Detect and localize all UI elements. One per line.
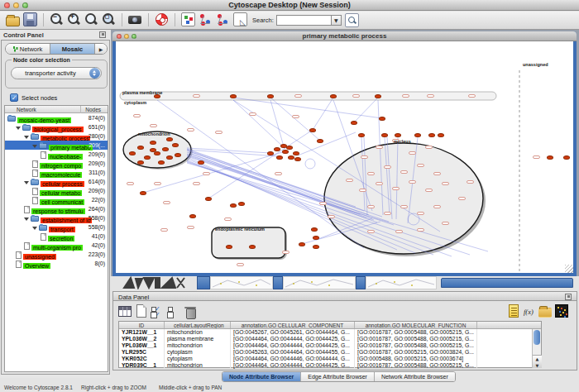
network-window-titlebar[interactable]: primary metabolic process <box>112 31 577 41</box>
table-row[interactable]: YPL036W__2plasma membrane[GO:0044464, GO… <box>119 336 541 342</box>
disclosure-triangle-icon[interactable] <box>24 136 29 139</box>
graph-node[interactable] <box>351 121 357 125</box>
table-cell[interactable]: plasma membrane <box>165 336 231 342</box>
table-cell[interactable]: [GO:0016787, GO:0005215, GO:0003824, G..… <box>355 349 477 356</box>
tree-header[interactable]: Network Nodes <box>5 106 108 113</box>
table-row[interactable]: YJR121W__1mitochondrion[GO:0045267, GO:0… <box>119 329 541 336</box>
disclosure-triangle-icon[interactable] <box>32 227 37 230</box>
graph-node[interactable] <box>137 160 144 165</box>
tree-row[interactable]: transport558(0) <box>5 222 108 232</box>
search-result-icon[interactable] <box>345 13 359 27</box>
new-attribute-icon[interactable] <box>136 304 146 318</box>
table-cell[interactable]: cytoplasm <box>165 356 231 362</box>
table-cell[interactable]: mitochondrion <box>165 362 231 369</box>
annotation-icon[interactable] <box>233 12 247 26</box>
scrollbar-thumb[interactable] <box>534 330 540 345</box>
open-file-icon[interactable] <box>6 17 20 26</box>
graph-node[interactable] <box>282 150 289 154</box>
graph-node[interactable] <box>288 155 294 160</box>
tree-row[interactable]: nitrogen compo209(0) <box>5 159 108 168</box>
tree-row[interactable]: unassigned223(0) <box>5 250 108 259</box>
graph-node[interactable] <box>166 137 173 141</box>
graph-node[interactable] <box>172 143 179 147</box>
table-row[interactable]: YPL036W__1mitochondrion[GO:0044464, GO:0… <box>119 342 541 349</box>
graph-node[interactable] <box>309 128 316 132</box>
graph-node[interactable] <box>158 160 165 165</box>
graph-node[interactable] <box>299 242 305 246</box>
table-cell[interactable]: [GO:0005488, GO:0005215, GO:0003674] <box>355 356 477 362</box>
table-cell[interactable]: YPL036W__2 <box>119 336 165 342</box>
graph-node[interactable] <box>150 148 156 152</box>
attribute-table-header[interactable]: ID_cellularLayoutRegionannotation.GO CEL… <box>119 322 541 329</box>
table-cell[interactable]: [GO:0044464, GO:0044444, GO:0044425, G..… <box>231 336 355 342</box>
table-cell[interactable]: cytoplasm <box>165 349 231 356</box>
tree-row[interactable]: establishment of lo558(0) <box>5 213 108 222</box>
vizmapper-icon[interactable] <box>199 12 213 26</box>
disclosure-triangle-icon[interactable] <box>32 145 37 148</box>
attribute-batch-icon[interactable] <box>181 12 195 26</box>
graph-node[interactable] <box>547 155 553 160</box>
table-cell[interactable]: YDR039C__1 <box>119 362 165 369</box>
column-header[interactable]: annotation.GO CELLULAR_COMPONENT <box>231 322 355 328</box>
graph-node[interactable] <box>313 245 319 249</box>
snapshot-icon[interactable] <box>128 12 142 26</box>
table-cell[interactable]: [GO:0016787, GO:0005488, GO:0005215, G..… <box>355 329 477 336</box>
column-header[interactable]: annotation.GO MOLECULAR_FUNCTION <box>355 322 477 328</box>
graph-node[interactable] <box>313 236 319 240</box>
tree-row[interactable]: metabolic process280(0) <box>5 131 108 141</box>
disclosure-triangle-icon[interactable] <box>24 218 29 221</box>
graph-node[interactable] <box>144 155 151 160</box>
zoom-selected-icon[interactable]: ▢ <box>102 12 116 26</box>
graph-node[interactable] <box>230 94 237 98</box>
table-cell[interactable]: mitochondrion <box>165 329 231 336</box>
graph-node[interactable] <box>140 191 146 195</box>
graph-node[interactable] <box>293 151 299 155</box>
resize-grip-icon[interactable] <box>565 265 573 273</box>
tab-node-attribute-browser[interactable]: Node Attribute Browser <box>223 372 301 381</box>
tree-row[interactable]: mosaic-demo-yeast874(0) <box>5 113 108 122</box>
select-nodes-checkbox[interactable]: ✓ <box>10 93 18 102</box>
node-color-dropdown[interactable]: transporter activity <box>11 67 102 79</box>
tab-overflow-arrow[interactable]: ▶ <box>95 44 107 54</box>
table-cell[interactable]: [GO:0044464, GO:0044444, GO:0044425, G..… <box>231 362 355 369</box>
table-icon[interactable] <box>118 306 132 317</box>
float-panel-icon[interactable] <box>99 31 106 38</box>
table-cell[interactable]: YJR121W__1 <box>119 329 165 336</box>
tree-row[interactable]: primary metabo209(... <box>5 141 108 150</box>
matrix-icon[interactable] <box>555 304 568 318</box>
graph-node[interactable] <box>267 151 274 155</box>
table-cell[interactable]: mitochondrion <box>165 342 231 349</box>
delete-attribute-icon[interactable] <box>183 304 196 318</box>
table-row[interactable]: YKR052Ccytoplasm[GO:0044464, GO:0044446,… <box>119 356 541 362</box>
zoom-fit-icon[interactable] <box>84 12 98 26</box>
tree-row[interactable]: multi-organism pro42(0) <box>5 241 108 250</box>
graph-node[interactable] <box>226 245 232 249</box>
table-cell[interactable]: [GO:0044464, GO:0044444, GO:0044425, G..… <box>231 342 355 349</box>
tree-row[interactable]: nucleobase-209(0) <box>5 150 108 159</box>
graph-node[interactable] <box>358 133 365 137</box>
graph-node[interactable] <box>276 155 283 160</box>
graph-node[interactable] <box>162 147 169 151</box>
graph-node[interactable] <box>414 133 421 137</box>
scrollbar-arrows[interactable]: ▲▼ <box>533 355 542 368</box>
graph-node[interactable] <box>230 203 237 208</box>
graph-node[interactable] <box>189 214 196 218</box>
import-attributes-icon[interactable] <box>538 308 552 318</box>
graph-node[interactable] <box>150 141 156 145</box>
table-scrollbar[interactable]: ▲▼ <box>532 329 541 368</box>
table-cell[interactable]: [GO:0016787, GO:0005488, GO:0005215, G..… <box>355 342 477 349</box>
graph-node[interactable] <box>330 94 337 98</box>
tree-row[interactable]: cellular metabo209(0) <box>5 186 108 195</box>
search-input[interactable] <box>276 15 331 26</box>
disclosure-triangle-icon[interactable] <box>24 181 29 184</box>
float-data-panel-icon[interactable] <box>565 294 572 300</box>
graph-node[interactable] <box>395 133 401 137</box>
save-icon[interactable] <box>23 12 37 26</box>
tab-network[interactable]: Network <box>6 44 50 54</box>
column-header[interactable]: _cellularLayoutRegion <box>165 322 231 328</box>
tree-row[interactable]: response to stimulu264(0) <box>5 204 108 213</box>
graph-node[interactable] <box>438 133 444 137</box>
table-cell[interactable]: YKR052C <box>119 356 165 362</box>
graph-node[interactable] <box>198 160 204 165</box>
zoom-in-icon[interactable]: + <box>67 12 81 26</box>
